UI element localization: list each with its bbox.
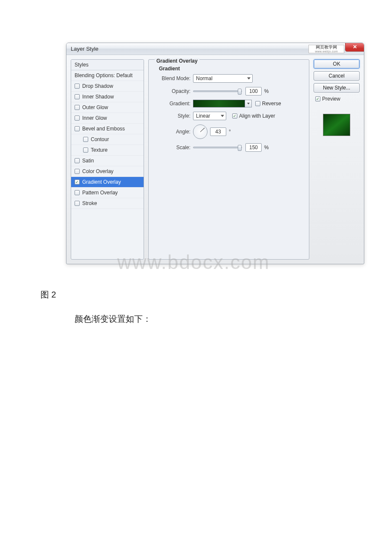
- gradient-dropdown-button[interactable]: [245, 100, 252, 107]
- cancel-button[interactable]: Cancel: [314, 71, 360, 81]
- opacity-value[interactable]: 100: [245, 87, 262, 95]
- angle-dial[interactable]: [193, 124, 208, 139]
- opacity-slider[interactable]: [193, 90, 242, 92]
- page-watermark: www.bdocx.com: [117, 251, 270, 274]
- blend-mode-dropdown[interactable]: Normal: [193, 74, 253, 83]
- watermark-label: 网页教学网: [316, 45, 337, 49]
- style-dropdown[interactable]: Linear: [193, 112, 226, 120]
- styles-checkbox[interactable]: [83, 147, 88, 153]
- chevron-down-icon: [247, 103, 250, 104]
- styles-checkbox[interactable]: [75, 201, 80, 206]
- watermark-sub: www.webjx.com: [315, 50, 338, 53]
- settings-panel: Gradient Overlay Gradient Blend Mode: No…: [148, 59, 309, 260]
- watermark-badge: 网页教学网 www.webjx.com: [308, 45, 344, 53]
- styles-checkbox[interactable]: [75, 126, 80, 131]
- styles-row-outer-glow[interactable]: Outer Glow: [71, 102, 144, 113]
- styles-row-label: Satin: [82, 158, 94, 164]
- styles-row-texture[interactable]: Texture: [71, 145, 144, 156]
- preview-label: Preview: [322, 96, 340, 102]
- styles-checkbox[interactable]: [75, 190, 80, 195]
- preview-swatch: [323, 114, 350, 136]
- chevron-down-icon: [221, 115, 224, 117]
- scale-value[interactable]: 150: [245, 143, 262, 152]
- styles-row-label: Inner Shadow: [82, 94, 114, 100]
- dialog-body: Styles Blending Options: Default Drop Sh…: [66, 55, 364, 264]
- group-subtitle: Gradient: [155, 66, 303, 72]
- styles-header[interactable]: Styles: [71, 60, 144, 70]
- titlebar[interactable]: Layer Style 网页教学网 www.webjx.com ✕: [66, 43, 364, 55]
- gradient-row: Gradient: Reverse: [155, 100, 303, 107]
- scale-unit: %: [264, 145, 269, 150]
- scale-slider[interactable]: [193, 147, 242, 148]
- styles-checkbox[interactable]: [75, 116, 80, 121]
- angle-value[interactable]: 43: [210, 127, 226, 136]
- align-checkbox[interactable]: [232, 113, 237, 119]
- styles-row-label: Pattern Overlay: [82, 190, 118, 196]
- close-button[interactable]: ✕: [345, 43, 364, 52]
- styles-row-color-overlay[interactable]: Color Overlay: [71, 166, 144, 177]
- styles-checkbox[interactable]: [75, 169, 80, 174]
- right-panel: OK Cancel New Style... Preview: [314, 59, 360, 260]
- blend-mode-row: Blend Mode: Normal: [155, 74, 303, 83]
- styles-row-label: Color Overlay: [82, 168, 113, 174]
- styles-row-drop-shadow[interactable]: Drop Shadow: [71, 81, 144, 92]
- preview-checkbox[interactable]: [315, 96, 320, 101]
- ok-button[interactable]: OK: [314, 59, 360, 69]
- styles-checkbox[interactable]: [83, 137, 88, 142]
- style-label: Style:: [159, 113, 193, 119]
- styles-checkbox[interactable]: [75, 158, 80, 163]
- reverse-label: Reverse: [262, 101, 281, 107]
- dialog-wrapper: Layer Style 网页教学网 www.webjx.com ✕ Styles…: [66, 43, 364, 272]
- styles-row-inner-shadow[interactable]: Inner Shadow: [71, 92, 144, 102]
- opacity-unit: %: [264, 88, 269, 94]
- styles-row-label: Stroke: [82, 200, 97, 206]
- align-label: Align with Layer: [239, 113, 275, 119]
- opacity-row: Opacity: 100 %: [155, 87, 303, 95]
- angle-label: Angle:: [159, 129, 193, 135]
- new-style-button[interactable]: New Style...: [314, 83, 360, 92]
- styles-row-inner-glow[interactable]: Inner Glow: [71, 113, 144, 124]
- opacity-label: Opacity:: [159, 88, 193, 94]
- styles-row-stroke[interactable]: Stroke: [71, 198, 144, 209]
- styles-checkbox[interactable]: [75, 94, 80, 99]
- styles-list: Styles Blending Options: Default Drop Sh…: [71, 59, 144, 260]
- blend-mode-value: Normal: [196, 75, 213, 81]
- styles-row-label: Contour: [91, 136, 109, 142]
- figure-caption: 图 2: [40, 289, 349, 301]
- styles-row-pattern-overlay[interactable]: Pattern Overlay: [71, 188, 144, 198]
- gradient-preview[interactable]: [193, 100, 245, 107]
- styles-row-label: Inner Glow: [82, 115, 107, 121]
- style-value: Linear: [196, 113, 210, 119]
- blending-options-label: Blending Options: Default: [75, 72, 133, 78]
- styles-row-gradient-overlay[interactable]: Gradient Overlay: [71, 177, 144, 188]
- styles-row-contour[interactable]: Contour: [71, 134, 144, 145]
- preview-row[interactable]: Preview: [314, 95, 360, 103]
- styles-row-satin[interactable]: Satin: [71, 156, 144, 166]
- styles-row-label: Gradient Overlay: [82, 179, 121, 185]
- close-icon: ✕: [353, 44, 357, 50]
- reverse-checkbox[interactable]: [255, 101, 260, 106]
- style-row: Style: Linear Align with Layer: [155, 112, 303, 120]
- window-title: Layer Style: [71, 46, 98, 52]
- styles-row-label: Texture: [91, 147, 107, 153]
- blend-mode-label: Blend Mode:: [159, 75, 193, 81]
- chevron-down-icon: [247, 78, 251, 80]
- styles-row-label: Outer Glow: [82, 104, 108, 110]
- styles-row-label: Bevel and Emboss: [82, 126, 125, 132]
- angle-row: Angle: 43 °: [155, 124, 303, 139]
- group-title: Gradient Overlay: [155, 58, 199, 64]
- body-text: 颜色渐变设置如下：: [66, 313, 349, 325]
- styles-checkbox[interactable]: [75, 84, 80, 89]
- styles-checkbox[interactable]: [75, 179, 80, 185]
- scale-label: Scale:: [159, 145, 193, 150]
- styles-row-label: Drop Shadow: [82, 83, 113, 89]
- styles-checkbox[interactable]: [75, 105, 80, 110]
- blending-options-row[interactable]: Blending Options: Default: [71, 70, 144, 81]
- gradient-label: Gradient:: [159, 101, 193, 107]
- scale-row: Scale: 150 %: [155, 143, 303, 152]
- angle-unit: °: [229, 129, 231, 135]
- styles-row-bevel-and-emboss[interactable]: Bevel and Emboss: [71, 124, 144, 134]
- layer-style-dialog: Layer Style 网页教学网 www.webjx.com ✕ Styles…: [66, 43, 364, 264]
